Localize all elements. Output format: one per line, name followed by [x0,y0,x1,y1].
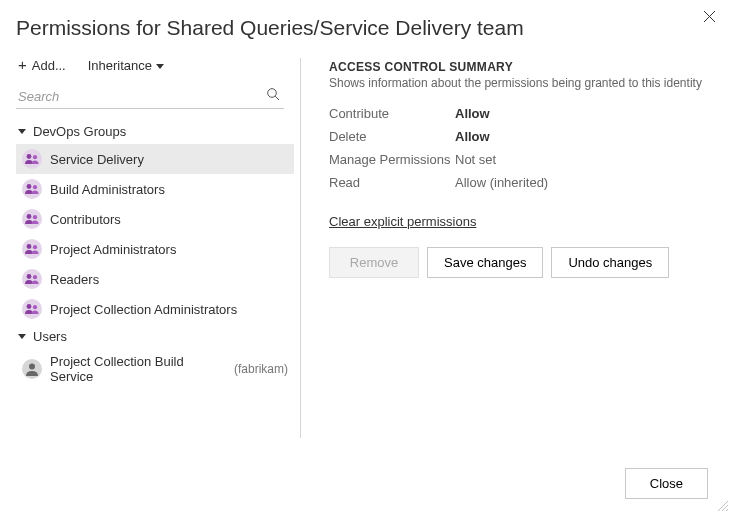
close-icon[interactable] [703,10,716,25]
permission-row[interactable]: Delete Allow [329,129,714,144]
svg-point-21 [33,305,37,309]
section-label: Users [33,329,67,344]
group-icon [22,209,42,229]
add-button[interactable]: + Add... [18,58,66,73]
identity-item-pc-build-service[interactable]: Project Collection Build Service (fabrik… [16,349,294,389]
summary-description: Shows information about the permissions … [329,76,714,90]
svg-line-25 [722,505,728,511]
svg-point-9 [33,185,37,189]
group-icon [22,149,42,169]
permission-label: Contribute [329,106,455,121]
identity-item-build-admins[interactable]: Build Administrators [16,174,294,204]
resize-grip-icon [716,499,728,511]
svg-point-8 [27,184,32,189]
identity-item-service-delivery[interactable]: Service Delivery [16,144,294,174]
svg-line-26 [726,509,728,511]
inheritance-label: Inheritance [88,58,152,73]
identity-item-project-admins[interactable]: Project Administrators [16,234,294,264]
search-input[interactable] [16,85,284,109]
svg-point-23 [29,364,35,370]
permission-row[interactable]: Read Allow (inherited) [329,175,714,190]
permission-row[interactable]: Manage Permissions Not set [329,152,714,167]
permissions-dialog: Permissions for Shared Queries/Service D… [0,0,730,513]
group-icon [22,179,42,199]
identity-label: Service Delivery [50,152,144,167]
section-users[interactable]: Users [16,324,294,349]
clear-permissions-link[interactable]: Clear explicit permissions [329,214,476,229]
chevron-down-icon [156,64,164,69]
identity-item-readers[interactable]: Readers [16,264,294,294]
identity-label: Contributors [50,212,121,227]
permission-row[interactable]: Contribute Allow [329,106,714,121]
identity-label: Build Administrators [50,182,165,197]
svg-point-10 [22,209,42,229]
section-label: DevOps Groups [33,124,126,139]
identity-label: Readers [50,272,99,287]
group-icon [22,269,42,289]
permission-label: Manage Permissions [329,152,455,167]
remove-button[interactable]: Remove [329,247,419,278]
svg-point-13 [22,239,42,259]
svg-point-12 [33,215,37,219]
svg-point-16 [22,269,42,289]
save-button[interactable]: Save changes [427,247,543,278]
identity-label: Project Collection Administrators [50,302,237,317]
permission-panel: ACCESS CONTROL SUMMARY Shows information… [301,58,714,438]
undo-button[interactable]: Undo changes [551,247,669,278]
close-button[interactable]: Close [625,468,708,499]
svg-point-7 [22,179,42,199]
svg-point-11 [27,214,32,219]
svg-line-24 [718,501,728,511]
dialog-title: Permissions for Shared Queries/Service D… [16,16,714,40]
add-label: Add... [32,58,66,73]
section-groups[interactable]: DevOps Groups [16,119,294,144]
chevron-down-icon [18,334,26,339]
identity-label: Project Collection Build Service [50,354,223,384]
group-icon [22,299,42,319]
user-icon [22,359,42,379]
summary-heading: ACCESS CONTROL SUMMARY [329,60,714,74]
svg-point-14 [27,244,32,249]
svg-point-4 [22,149,42,169]
svg-point-6 [33,155,37,159]
permission-label: Read [329,175,455,190]
svg-point-19 [22,299,42,319]
group-icon [22,239,42,259]
svg-point-18 [33,275,37,279]
svg-point-15 [33,245,37,249]
chevron-down-icon [18,129,26,134]
permission-value: Not set [455,152,496,167]
identity-sublabel: (fabrikam) [234,362,288,376]
permission-value: Allow (inherited) [455,175,548,190]
svg-point-20 [27,304,32,309]
svg-point-5 [27,154,32,159]
permission-value: Allow [455,106,490,121]
identity-item-pc-admins[interactable]: Project Collection Administrators [16,294,294,324]
identity-label: Project Administrators [50,242,176,257]
permission-label: Delete [329,129,455,144]
identity-panel: + Add... Inheritance [16,58,301,438]
identity-item-contributors[interactable]: Contributors [16,204,294,234]
permission-value: Allow [455,129,490,144]
svg-point-17 [27,274,32,279]
inheritance-dropdown[interactable]: Inheritance [88,58,164,73]
identity-tree: DevOps Groups Service Delivery [16,119,300,389]
plus-icon: + [18,57,27,72]
